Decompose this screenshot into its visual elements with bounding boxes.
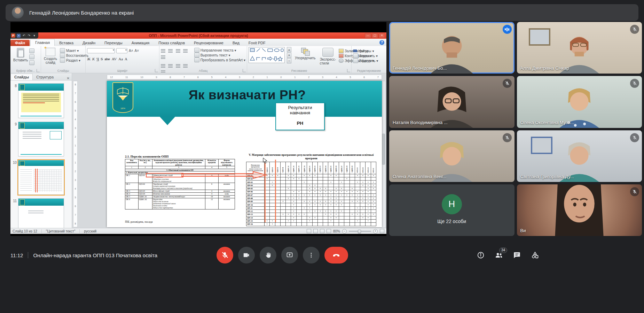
font-style-button[interactable]: Aa: [118, 57, 123, 61]
tab-transitions[interactable]: Переходы: [100, 40, 127, 46]
reading-view-icon[interactable]: [320, 229, 324, 233]
find-button[interactable]: Найти: [353, 48, 385, 53]
replace-button[interactable]: Заменить ▾: [353, 53, 385, 58]
present-button[interactable]: [281, 247, 298, 264]
camera-toggle-button[interactable]: [238, 247, 255, 264]
slide-sorter-icon[interactable]: [313, 229, 318, 233]
tab-review[interactable]: Рецензирование: [189, 40, 228, 46]
normal-view-icon[interactable]: [307, 229, 311, 233]
tab-design[interactable]: Дизайн: [78, 40, 100, 46]
align-right-icon[interactable]: [176, 64, 180, 68]
restore-button[interactable]: ▢: [372, 33, 378, 38]
line-spacing-icon[interactable]: [161, 55, 165, 59]
horizontal-ruler[interactable]: 12111098765432101234567: [107, 75, 382, 79]
font-name-select[interactable]: [87, 48, 115, 53]
shapes-gallery[interactable]: [249, 47, 285, 63]
minimize-button[interactable]: —: [365, 33, 371, 38]
mic-toggle-button[interactable]: [217, 247, 233, 264]
slide-thumbnail-10-selected[interactable]: [18, 160, 64, 195]
paste-button[interactable]: Вставить: [12, 47, 29, 65]
meeting-details-button[interactable]: [476, 251, 485, 260]
zoom-percent[interactable]: 80%: [333, 229, 340, 233]
new-slide-button[interactable]: Создать слайд: [42, 47, 58, 65]
end-call-button[interactable]: [324, 247, 348, 264]
align-left-icon[interactable]: [161, 64, 165, 68]
tab-slideshow[interactable]: Показ слайдов: [154, 40, 189, 46]
font-dialog-launcher[interactable]: [155, 69, 158, 72]
more-options-button[interactable]: [303, 247, 320, 264]
font-style-button[interactable]: abe: [104, 57, 110, 61]
zoom-slider-thumb[interactable]: [358, 230, 361, 234]
participant-video[interactable]: Олена Анатоліївна Венг...: [389, 130, 515, 182]
bullets-icon[interactable]: [161, 49, 165, 53]
font-style-button[interactable]: AV: [112, 57, 117, 61]
drawing-dialog-launcher[interactable]: [347, 69, 350, 72]
panel-tab-outline[interactable]: Структура: [33, 74, 57, 80]
activities-button[interactable]: [531, 251, 540, 260]
select-button[interactable]: Выделить ▾: [353, 58, 385, 63]
reset-button[interactable]: Восстановить: [60, 53, 88, 58]
font-size-select[interactable]: [116, 48, 127, 53]
participant-video[interactable]: Світлана Григоріївна Ду...: [517, 130, 642, 182]
quick-styles-icon: [322, 48, 333, 57]
smartart-button[interactable]: Преобразовать в SmartArt ▾: [194, 58, 245, 62]
grow-font-icon[interactable]: А˄: [129, 49, 133, 53]
paragraph-dialog-launcher[interactable]: [243, 69, 246, 72]
zoom-out-icon[interactable]: −: [342, 229, 347, 234]
text-direction-button[interactable]: Направление текста ▾: [194, 48, 245, 53]
font-style-button[interactable]: К: [92, 57, 95, 61]
close-button[interactable]: ✕: [379, 33, 385, 38]
increase-indent-icon[interactable]: [183, 49, 188, 53]
fit-to-window-icon[interactable]: [380, 229, 384, 233]
panel-tab-slides[interactable]: Слайды: [10, 74, 33, 80]
tab-insert[interactable]: Вставка: [55, 40, 78, 46]
raise-hand-button[interactable]: [260, 247, 276, 264]
align-text-button[interactable]: Выровнять текст ▾: [194, 53, 245, 58]
vertical-ruler[interactable]: 87654321012345678: [73, 81, 78, 227]
matrix-cell: +: [339, 187, 344, 190]
section-button[interactable]: Раздел ▾: [60, 58, 88, 63]
font-style-button[interactable]: А: [125, 57, 127, 61]
zoom-slider[interactable]: [349, 231, 371, 232]
participant-video[interactable]: Геннадій Леонідович Бо...: [389, 22, 515, 74]
panel-close-icon[interactable]: ✕: [65, 76, 72, 80]
shrink-font-icon[interactable]: А˅: [135, 49, 139, 53]
tab-file[interactable]: Файл: [10, 40, 30, 46]
font-style-button[interactable]: Ч: [96, 57, 99, 61]
tab-home[interactable]: Главная: [30, 39, 55, 46]
cut-icon[interactable]: [29, 48, 34, 53]
participant-video[interactable]: Алла Дмитрівна Січкар: [517, 22, 642, 74]
font-style-button[interactable]: Ж: [87, 57, 91, 61]
zoom-in-icon[interactable]: +: [373, 229, 378, 234]
participant-video[interactable]: Олена Оксентівна Музи...: [517, 76, 642, 128]
numbering-icon[interactable]: [168, 49, 173, 53]
scrollbar-thumb[interactable]: [382, 133, 385, 165]
align-center-icon[interactable]: [168, 64, 173, 68]
quick-styles-button[interactable]: Экспресс-стили: [319, 47, 338, 66]
decrease-indent-icon[interactable]: [176, 49, 180, 53]
ppt-titlebar[interactable]: P ▪ ↶ ↷ ▾ ОПП - Microsoft PowerPoint (Сб…: [10, 32, 386, 39]
font-style-button[interactable]: S: [101, 57, 103, 61]
matrix-cell: +: [355, 213, 360, 216]
self-video[interactable]: Ви: [517, 184, 642, 236]
chat-button[interactable]: [512, 251, 521, 260]
slideshow-view-icon[interactable]: [327, 229, 331, 233]
participants-button[interactable]: 34: [494, 251, 503, 260]
language-indicator[interactable]: русский: [84, 229, 96, 233]
more-participants-tile[interactable]: Н Ще 22 особи: [389, 184, 515, 236]
help-icon[interactable]: ?: [379, 40, 384, 45]
arrange-button[interactable]: Упорядочить: [293, 47, 317, 61]
tab-view[interactable]: Вид: [228, 40, 244, 46]
participant-video[interactable]: Наталія Володимирівна ...: [389, 76, 515, 128]
slide-thumbnail-9[interactable]: [18, 122, 64, 156]
format-painter-icon[interactable]: [29, 60, 34, 65]
tab-animations[interactable]: Анимация: [127, 40, 154, 46]
copy-icon[interactable]: [29, 54, 34, 59]
tab-foxit[interactable]: Foxit PDF: [244, 40, 270, 46]
slide-thumbnail-11[interactable]: [18, 198, 64, 228]
shapes-scroll[interactable]: ▲▼▿: [287, 47, 291, 63]
layout-button[interactable]: Макет ▾: [60, 48, 88, 53]
justify-icon[interactable]: [183, 64, 188, 68]
slide-thumbnail-8[interactable]: [18, 83, 64, 118]
clipboard-dialog-launcher[interactable]: [37, 69, 40, 72]
